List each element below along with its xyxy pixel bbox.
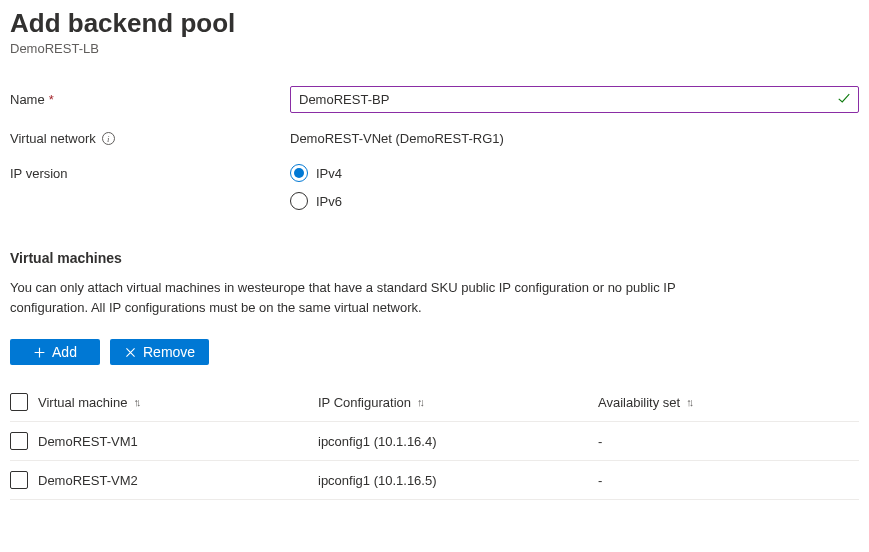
row-checkbox[interactable]: [10, 471, 28, 489]
select-all-header: [10, 383, 38, 422]
vnet-row: Virtual network i DemoREST-VNet (DemoRES…: [10, 131, 859, 146]
name-label: Name *: [10, 92, 290, 107]
ipconfig-column-label: IP Configuration: [318, 395, 411, 410]
ipversion-row: IP version IPv4 IPv6: [10, 164, 859, 210]
ipversion-label: IP version: [10, 164, 290, 181]
ipversion-control: IPv4 IPv6: [290, 164, 859, 210]
radio-icon: [290, 164, 308, 182]
ipv6-label: IPv6: [316, 194, 342, 209]
ipconfig-column-header[interactable]: IP Configuration ↑↓: [318, 383, 598, 422]
table-row: DemoREST-VM2 ipconfig1 (10.1.16.5) -: [10, 461, 859, 500]
ipversion-label-text: IP version: [10, 166, 68, 181]
checkmark-icon: [837, 91, 851, 108]
table-row: DemoREST-VM1 ipconfig1 (10.1.16.4) -: [10, 422, 859, 461]
vm-cell: DemoREST-VM2: [38, 461, 318, 500]
page-subtitle: DemoREST-LB: [10, 41, 859, 56]
availset-cell: -: [598, 461, 859, 500]
vnet-value: DemoREST-VNet (DemoREST-RG1): [290, 131, 504, 146]
vnet-label-text: Virtual network: [10, 131, 96, 146]
vm-cell: DemoREST-VM1: [38, 422, 318, 461]
ipconfig-cell: ipconfig1 (10.1.16.5): [318, 461, 598, 500]
page-title: Add backend pool: [10, 8, 859, 39]
sort-icon: ↑↓: [686, 396, 691, 408]
name-control: [290, 86, 859, 113]
remove-button[interactable]: Remove: [110, 339, 209, 365]
sort-icon: ↑↓: [133, 396, 138, 408]
select-all-checkbox[interactable]: [10, 393, 28, 411]
ipversion-radio-group: IPv4 IPv6: [290, 164, 859, 210]
vm-button-row: Add Remove: [10, 339, 859, 365]
sort-icon: ↑↓: [417, 396, 422, 408]
ipv4-radio[interactable]: IPv4: [290, 164, 859, 182]
add-button-label: Add: [52, 344, 77, 360]
info-icon[interactable]: i: [102, 132, 115, 145]
vm-section-description: You can only attach virtual machines in …: [10, 278, 750, 317]
plus-icon: [33, 346, 46, 359]
ipv6-radio[interactable]: IPv6: [290, 192, 859, 210]
vm-section-heading: Virtual machines: [10, 250, 859, 266]
ipv4-label: IPv4: [316, 166, 342, 181]
vm-table: Virtual machine ↑↓ IP Configuration ↑↓ A…: [10, 383, 859, 500]
name-row: Name *: [10, 86, 859, 113]
remove-button-label: Remove: [143, 344, 195, 360]
ipconfig-cell: ipconfig1 (10.1.16.4): [318, 422, 598, 461]
close-icon: [124, 346, 137, 359]
row-checkbox[interactable]: [10, 432, 28, 450]
availset-column-header[interactable]: Availability set ↑↓: [598, 383, 859, 422]
name-input[interactable]: [290, 86, 859, 113]
radio-icon: [290, 192, 308, 210]
required-asterisk: *: [49, 92, 54, 107]
vnet-label: Virtual network i: [10, 131, 290, 146]
add-button[interactable]: Add: [10, 339, 100, 365]
availset-column-label: Availability set: [598, 395, 680, 410]
vnet-value-container: DemoREST-VNet (DemoREST-RG1): [290, 131, 859, 146]
availset-cell: -: [598, 422, 859, 461]
vm-column-header[interactable]: Virtual machine ↑↓: [38, 383, 318, 422]
name-label-text: Name: [10, 92, 45, 107]
vm-column-label: Virtual machine: [38, 395, 127, 410]
